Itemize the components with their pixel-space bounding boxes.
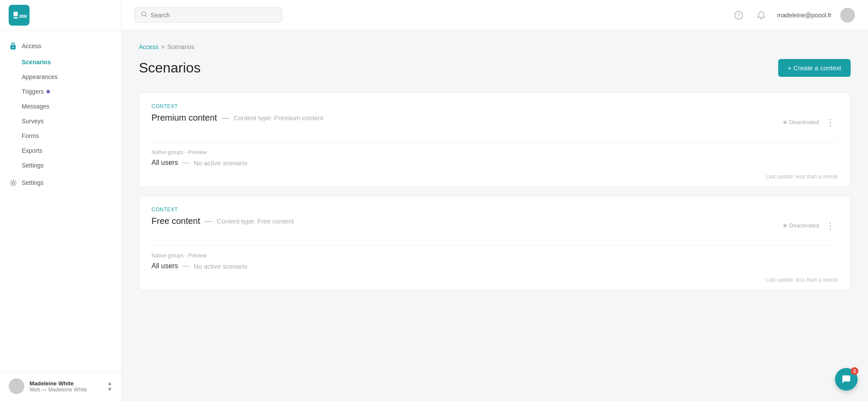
sidebar: oool Access Scenarios Appearances	[0, 0, 122, 401]
user-email: madeleine@poool.fr	[777, 12, 832, 19]
user-info: Madeleine White Web — Madeleine White	[30, 380, 102, 393]
sidebar-item-label-scenarios: Scenarios	[22, 59, 51, 66]
context-label-2: Context	[151, 207, 838, 213]
scenario-subtitle-1: Content type: Premium content	[233, 114, 323, 122]
sidebar-item-exports[interactable]: Exports	[0, 143, 121, 158]
access-label: Access	[22, 43, 41, 49]
deactivated-label-2: Deactivated	[789, 222, 819, 229]
scenario-header-row-1: Premium content — Content type: Premium …	[151, 113, 838, 131]
breadcrumb-access[interactable]: Access	[139, 43, 158, 50]
sidebar-nav: Access Scenarios Appearances Triggers Me…	[0, 30, 121, 371]
scenario-name-2: Free content	[151, 216, 200, 226]
deactivated-dot-2	[783, 224, 787, 227]
sidebar-item-forms[interactable]: Forms	[0, 128, 121, 143]
sidebar-item-scenarios[interactable]: Scenarios	[0, 55, 121, 69]
user-name: Madeleine White	[30, 380, 102, 387]
breadcrumb-separator: >	[161, 43, 164, 50]
sidebar-item-label-forms: Forms	[22, 132, 39, 139]
scenario-status-row-2: Deactivated ⋮	[783, 220, 838, 232]
gear-icon	[9, 178, 17, 187]
access-section-header: Access	[0, 37, 121, 55]
sidebar-item-label-settings-sub: Settings	[22, 162, 44, 169]
sidebar-item-triggers[interactable]: Triggers	[0, 84, 121, 99]
topbar: ? madeleine@poool.fr	[122, 0, 868, 30]
access-section: Access Scenarios Appearances Triggers Me…	[0, 37, 121, 173]
groups-label-1: Native groups - Preview	[151, 149, 838, 155]
sidebar-item-label-exports: Exports	[22, 147, 42, 154]
sidebar-user-area[interactable]: Madeleine White Web — Madeleine White ▲▼	[0, 371, 121, 401]
last-update-2: Last update: less than a minute	[766, 277, 838, 283]
scenario-footer-1: Last update: less than a minute	[139, 170, 850, 187]
scenario-groups-1: Native groups - Preview All users — No a…	[139, 142, 850, 170]
sidebar-item-label-appearances: Appearances	[22, 73, 58, 80]
more-button-1[interactable]: ⋮	[822, 116, 838, 128]
user-avatar[interactable]	[840, 8, 855, 23]
scenario-footer-2: Last update: less than a minute	[139, 273, 850, 290]
group-status-2: No active scenario	[194, 263, 247, 270]
svg-text:oool: oool	[19, 13, 27, 19]
group-status-1: No active scenario	[194, 159, 247, 167]
sidebar-item-label-surveys: Surveys	[22, 118, 44, 125]
svg-rect-2	[13, 17, 18, 19]
help-button[interactable]: ?	[732, 8, 746, 22]
sidebar-item-messages[interactable]: Messages	[0, 99, 121, 114]
search-icon	[141, 11, 147, 19]
breadcrumb-current: Scenarios	[167, 43, 194, 50]
sidebar-item-settings-sub[interactable]: Settings	[0, 158, 121, 173]
user-sub: Web — Madeleine White	[30, 387, 102, 393]
scenario-status-row-1: Deactivated ⋮	[783, 116, 838, 128]
groups-row-2: All users — No active scenario	[151, 262, 838, 270]
scenario-card-free: Context Free content — Content type: Fre…	[139, 196, 851, 290]
breadcrumb: Access > Scenarios	[139, 43, 851, 50]
svg-point-6	[12, 181, 14, 184]
avatar	[9, 378, 24, 394]
scenario-name-1: Premium content	[151, 113, 217, 123]
bell-button[interactable]	[754, 8, 768, 22]
sidebar-item-appearances[interactable]: Appearances	[0, 69, 121, 84]
scenario-header-row-2: Free content — Content type: Free conten…	[151, 216, 838, 235]
scenario-card-inner-2: Context Free content — Content type: Fre…	[139, 196, 850, 245]
groups-row-1: All users — No active scenario	[151, 159, 838, 167]
svg-rect-1	[13, 12, 18, 16]
sidebar-item-surveys[interactable]: Surveys	[0, 114, 121, 128]
group-dash-2: —	[182, 262, 189, 270]
page-title: Scenarios	[139, 60, 201, 76]
logo-area: oool	[0, 0, 121, 30]
settings-label: Settings	[22, 179, 44, 186]
search-input[interactable]	[151, 12, 276, 19]
page-header: Scenarios + Create a context	[139, 59, 851, 77]
sidebar-item-label-messages: Messages	[22, 103, 49, 110]
scenario-card-premium: Context Premium content — Content type: …	[139, 92, 851, 187]
deactivated-badge-1: Deactivated	[783, 119, 819, 125]
search-box[interactable]	[135, 7, 282, 23]
chevron-icon: ▲▼	[107, 380, 112, 392]
scenario-subtitle-2: Content type: Free content	[217, 217, 294, 225]
svg-text:?: ?	[737, 13, 740, 19]
lock-icon	[9, 42, 17, 50]
deactivated-label-1: Deactivated	[789, 119, 819, 125]
scenario-dash-2: —	[204, 217, 212, 226]
topbar-right: ? madeleine@poool.fr	[732, 8, 855, 23]
chat-bubble[interactable]: 2	[835, 368, 858, 391]
group-name-1: All users	[151, 159, 178, 167]
group-dash-1: —	[182, 159, 189, 167]
main: ? madeleine@poool.fr Access > Scenarios …	[122, 0, 868, 401]
groups-label-2: Native groups - Preview	[151, 253, 838, 259]
logo: oool	[9, 5, 30, 26]
chat-badge: 2	[851, 367, 858, 375]
scenario-title-row-2: Free content — Content type: Free conten…	[151, 216, 294, 226]
scenario-groups-2: Native groups - Preview All users — No a…	[139, 246, 850, 273]
create-context-button[interactable]: + Create a context	[778, 59, 851, 77]
scenario-dash-1: —	[221, 113, 229, 122]
deactivated-badge-2: Deactivated	[783, 222, 819, 229]
sidebar-item-settings[interactable]: Settings	[0, 174, 121, 191]
sidebar-item-label-triggers: Triggers	[22, 88, 44, 95]
deactivated-dot-1	[783, 121, 787, 124]
more-button-2[interactable]: ⋮	[822, 220, 838, 232]
content-area: Access > Scenarios Scenarios + Create a …	[122, 30, 868, 401]
last-update-1: Last update: less than a minute	[766, 174, 838, 180]
group-name-2: All users	[151, 262, 178, 270]
triggers-badge	[46, 90, 50, 93]
scenario-title-row-1: Premium content — Content type: Premium …	[151, 113, 323, 123]
scenario-card-inner-1: Context Premium content — Content type: …	[139, 93, 850, 142]
